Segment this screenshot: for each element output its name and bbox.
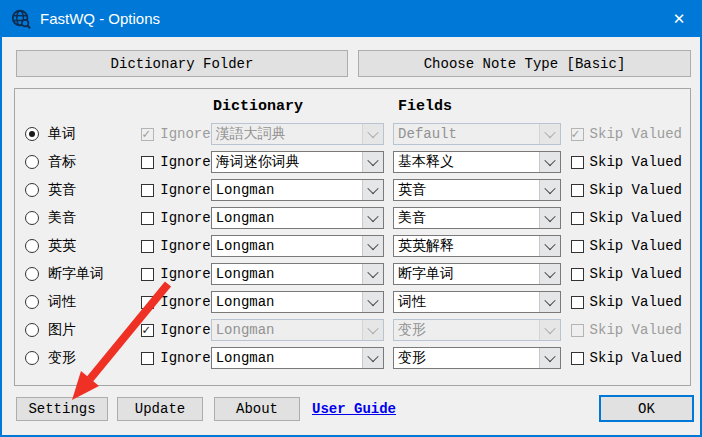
chevron-down-icon — [544, 155, 555, 166]
chevron-down-icon — [367, 323, 378, 334]
dictionary-select-value: Longman — [212, 236, 362, 256]
dictionary-select-value: Longman — [212, 264, 362, 284]
dictionary-select-value: Longman — [212, 180, 362, 200]
field-select[interactable]: 美音 — [393, 207, 561, 229]
row-radio-button[interactable] — [25, 295, 39, 309]
ignore-cell: Ignore — [141, 266, 210, 282]
field-select[interactable]: 断字单词 — [393, 263, 561, 285]
row-radio-button[interactable] — [25, 267, 39, 281]
skip-valued-label: Skip Valued — [590, 294, 682, 310]
update-button[interactable]: Update — [117, 397, 203, 421]
field-select[interactable]: 词性 — [393, 291, 561, 313]
dropdown-arrow-button[interactable] — [539, 152, 560, 172]
dictionary-select-value: Longman — [212, 320, 362, 340]
ignore-checkbox[interactable] — [141, 352, 154, 365]
row-radio-button[interactable] — [25, 351, 39, 365]
settings-button[interactable]: Settings — [16, 397, 108, 421]
option-row: 断字单词IgnoreLongman断字单词Skip Valued — [25, 260, 682, 288]
skip-valued-checkbox[interactable] — [571, 352, 584, 365]
row-radio-button[interactable] — [25, 211, 39, 225]
row-label: 音标 — [48, 153, 76, 171]
dropdown-arrow-button[interactable] — [539, 292, 560, 312]
dropdown-arrow-button[interactable] — [539, 208, 560, 228]
ignore-checkbox[interactable] — [141, 296, 154, 309]
dictionary-select-value: Longman — [212, 348, 362, 368]
chevron-down-icon — [367, 351, 378, 362]
row-label: 英音 — [48, 181, 76, 199]
dictionary-select[interactable]: Longman — [211, 179, 384, 201]
radio-cell: 变形 — [25, 349, 141, 367]
ignore-checkbox[interactable] — [141, 212, 154, 225]
row-radio-button[interactable] — [25, 323, 39, 337]
ignore-label: Ignore — [160, 238, 210, 254]
skip-valued-checkbox[interactable] — [571, 240, 584, 253]
radio-cell: 单词 — [25, 125, 141, 143]
skip-valued-cell: Skip Valued — [571, 322, 682, 338]
option-row: 英英IgnoreLongman英英解释Skip Valued — [25, 232, 682, 260]
skip-valued-cell: Skip Valued — [571, 238, 682, 254]
ignore-checkbox[interactable] — [141, 268, 154, 281]
skip-valued-checkbox[interactable] — [571, 296, 584, 309]
chevron-down-icon — [544, 211, 555, 222]
field-select[interactable]: 英音 — [393, 179, 561, 201]
field-select: Default — [393, 123, 561, 145]
dropdown-arrow-button[interactable] — [362, 180, 383, 200]
dictionary-select[interactable]: Longman — [211, 291, 384, 313]
dictionary-select[interactable]: Longman — [211, 235, 384, 257]
skip-valued-label: Skip Valued — [590, 210, 682, 226]
field-select[interactable]: 基本释义 — [393, 151, 561, 173]
dictionary-select[interactable]: Longman — [211, 263, 384, 285]
skip-valued-checkbox[interactable] — [571, 268, 584, 281]
ignore-label: Ignore — [160, 294, 210, 310]
row-radio-button[interactable] — [25, 239, 39, 253]
row-label: 图片 — [48, 321, 76, 339]
chevron-down-icon — [544, 351, 555, 362]
dropdown-arrow-button[interactable] — [539, 348, 560, 368]
skip-valued-cell: Skip Valued — [571, 266, 682, 282]
dropdown-arrow-button[interactable] — [539, 236, 560, 256]
dropdown-arrow-button — [362, 124, 383, 144]
user-guide-link[interactable]: User Guide — [312, 401, 396, 417]
ignore-checkbox[interactable] — [141, 184, 154, 197]
skip-valued-checkbox[interactable] — [571, 156, 584, 169]
ignore-label: Ignore — [160, 126, 210, 142]
skip-valued-label: Skip Valued — [590, 350, 682, 366]
row-radio-button[interactable] — [25, 155, 39, 169]
dictionary-select[interactable]: Longman — [211, 207, 384, 229]
ignore-label: Ignore — [160, 154, 210, 170]
dictionary-select[interactable]: 海词迷你词典 — [211, 151, 384, 173]
chevron-down-icon — [544, 323, 555, 334]
skip-valued-label: Skip Valued — [590, 126, 682, 142]
dropdown-arrow-button[interactable] — [539, 180, 560, 200]
row-radio-button[interactable] — [25, 183, 39, 197]
dictionary-select[interactable]: Longman — [211, 347, 384, 369]
dropdown-arrow-button[interactable] — [362, 152, 383, 172]
radio-cell: 英音 — [25, 181, 141, 199]
ok-button[interactable]: OK — [599, 395, 694, 422]
ignore-checkbox[interactable] — [141, 324, 154, 337]
dropdown-arrow-button[interactable] — [362, 236, 383, 256]
ignore-checkbox[interactable] — [141, 156, 154, 169]
dropdown-arrow-button[interactable] — [362, 208, 383, 228]
dropdown-arrow-button[interactable] — [539, 264, 560, 284]
dropdown-arrow-button[interactable] — [362, 348, 383, 368]
about-button[interactable]: About — [214, 397, 300, 421]
app-globe-search-icon — [10, 8, 32, 30]
dictionary-column-header: Dictionary — [213, 98, 303, 115]
dictionary-folder-button[interactable]: Dictionary Folder — [16, 50, 348, 77]
dropdown-arrow-button[interactable] — [362, 264, 383, 284]
choose-note-type-button[interactable]: Choose Note Type [Basic] — [358, 50, 691, 77]
row-radio-button[interactable] — [25, 127, 39, 141]
field-select[interactable]: 英英解释 — [393, 235, 561, 257]
row-label: 英英 — [48, 237, 76, 255]
field-select[interactable]: 变形 — [393, 347, 561, 369]
ignore-cell: Ignore — [141, 322, 210, 338]
field-select-value: 变形 — [394, 348, 539, 368]
skip-valued-checkbox[interactable] — [571, 212, 584, 225]
ignore-checkbox[interactable] — [141, 240, 154, 253]
ignore-cell: Ignore — [141, 182, 210, 198]
skip-valued-checkbox[interactable] — [571, 184, 584, 197]
fields-column-header: Fields — [398, 98, 452, 115]
close-button[interactable]: ✕ — [656, 0, 702, 37]
dropdown-arrow-button[interactable] — [362, 292, 383, 312]
